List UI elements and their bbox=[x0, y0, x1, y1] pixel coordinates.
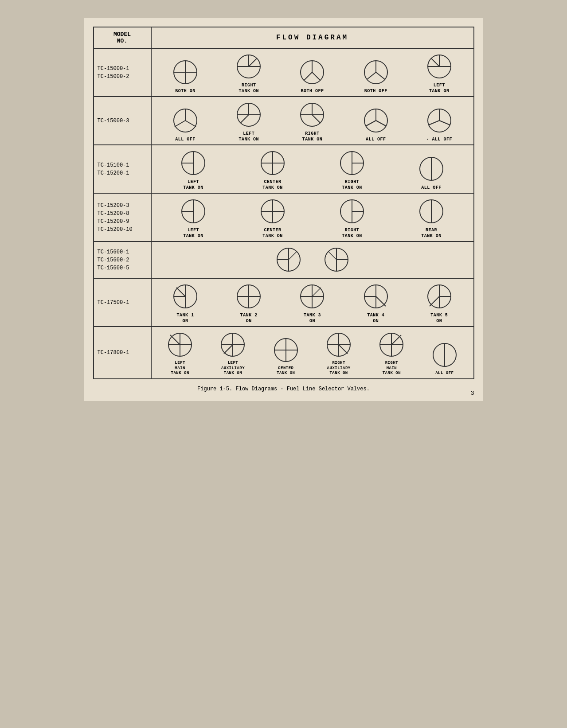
valve-svg bbox=[259, 150, 286, 176]
svg-line-35 bbox=[366, 121, 376, 126]
valve-svg bbox=[426, 53, 453, 80]
main-table: MODEL NO. FLOW DIAGRAM TC-15000-1 TC-150… bbox=[93, 27, 474, 379]
table-row: TC-15000-1 TC-15000-2 BOTH ON bbox=[94, 49, 473, 97]
diagrams-cell: LEFTMAINTANK ON LEFTAUXILIARYTANK ON bbox=[152, 327, 473, 378]
model-cell: TC-15200-3 TC-15200-8 TC-15200-9 TC-1520… bbox=[94, 194, 152, 241]
valve-svg bbox=[363, 107, 389, 134]
diagram-item bbox=[323, 246, 350, 276]
diagram-item: LEFTTANK ON bbox=[426, 53, 453, 94]
svg-line-28 bbox=[241, 115, 249, 123]
valve-svg bbox=[325, 331, 352, 358]
model-cell: TC-17500-1 bbox=[94, 279, 152, 326]
valve-svg bbox=[180, 198, 207, 225]
diagram-item: CENTERTANK ON bbox=[259, 150, 286, 191]
svg-line-16 bbox=[367, 72, 376, 79]
valve-svg bbox=[235, 101, 262, 128]
diagram-item: CENTERTANK ON bbox=[273, 337, 299, 376]
svg-line-93 bbox=[170, 335, 180, 345]
svg-line-32 bbox=[312, 115, 320, 123]
valve-svg bbox=[273, 337, 299, 363]
valve-svg bbox=[339, 150, 365, 176]
valve-svg bbox=[172, 283, 199, 310]
valve-svg bbox=[172, 107, 199, 134]
svg-line-23 bbox=[175, 121, 185, 127]
diagram-item: LEFTTANK ON bbox=[180, 198, 207, 239]
diagram-item: RIGHTTANK ON bbox=[339, 198, 365, 239]
diagram-item: TANK 4ON bbox=[363, 283, 389, 324]
valve-svg bbox=[418, 198, 445, 225]
valve-svg bbox=[172, 59, 199, 86]
svg-line-104 bbox=[339, 345, 348, 354]
svg-line-85 bbox=[376, 296, 386, 306]
valve-svg bbox=[299, 283, 325, 310]
diagram-item: · ALL OFF bbox=[426, 107, 453, 142]
diagram-item: CENTERTANK ON bbox=[259, 198, 286, 239]
valve-svg bbox=[167, 331, 193, 358]
table-header: MODEL NO. FLOW DIAGRAM bbox=[94, 27, 473, 49]
valve-svg bbox=[418, 156, 445, 182]
diagram-item: RIGHTTANK ON bbox=[339, 150, 365, 191]
diagram-item: TANK 5ON bbox=[426, 283, 453, 324]
diagram-item: TANK 2ON bbox=[235, 283, 262, 324]
svg-line-89 bbox=[430, 296, 439, 306]
flow-header: FLOW DIAGRAM bbox=[152, 27, 473, 48]
svg-line-24 bbox=[185, 121, 196, 127]
valve-svg bbox=[378, 331, 405, 358]
valve-svg bbox=[426, 107, 453, 134]
diagram-item: LEFTAUXILIARYTANK ON bbox=[219, 331, 246, 376]
diagram-item: REARTANK ON bbox=[418, 198, 445, 239]
diagrams-cell: BOTH ON RIGHTTANK ON bbox=[152, 49, 473, 96]
diagram-item: LEFTMAINTANK ON bbox=[167, 331, 193, 376]
diagrams-cell: ALL OFF LEFTTANK ON bbox=[152, 97, 473, 144]
figure-caption: Figure 1-5. Flow Diagrams - Fuel Line Se… bbox=[93, 386, 474, 392]
valve-svg bbox=[235, 283, 262, 310]
valve-svg bbox=[299, 59, 325, 86]
diagram-item: RIGHTAUXILIARYTANK ON bbox=[325, 331, 352, 376]
valve-svg bbox=[363, 283, 389, 310]
valve-svg bbox=[219, 331, 246, 358]
svg-line-15 bbox=[376, 72, 385, 79]
diagram-item: TANK 1ON bbox=[172, 283, 199, 324]
valve-svg bbox=[180, 150, 207, 176]
valve-svg bbox=[339, 198, 365, 225]
diagram-item: ALL OFF bbox=[418, 156, 445, 191]
diagram-item: BOTH OFF bbox=[363, 59, 389, 94]
svg-line-8 bbox=[249, 58, 257, 66]
page: MODEL NO. FLOW DIAGRAM TC-15000-1 TC-150… bbox=[84, 18, 483, 401]
table-row: TC-17500-1 TANK 1ON bbox=[94, 279, 473, 327]
svg-line-11 bbox=[312, 72, 320, 80]
svg-line-40 bbox=[439, 121, 450, 125]
diagrams-cell bbox=[152, 242, 473, 278]
svg-line-70 bbox=[328, 252, 336, 260]
diagram-item: LEFTTANK ON bbox=[235, 101, 262, 142]
diagram-item: ALL OFF bbox=[431, 342, 458, 376]
valve-svg bbox=[299, 101, 325, 128]
table-row: TC-15200-3 TC-15200-8 TC-15200-9 TC-1520… bbox=[94, 194, 473, 242]
page-number: 3 bbox=[471, 390, 474, 397]
diagram-item: ALL OFF bbox=[363, 107, 389, 142]
model-header: MODEL NO. bbox=[94, 27, 152, 48]
diagram-item: RIGHTMAINTANK ON bbox=[378, 331, 405, 376]
valve-svg bbox=[323, 246, 350, 273]
diagram-item: BOTH ON bbox=[172, 59, 199, 94]
valve-svg bbox=[275, 246, 302, 273]
valve-svg bbox=[363, 59, 389, 86]
table-row: TC-17800-1 LEFTMAINTANK ON bbox=[94, 327, 473, 378]
svg-line-20 bbox=[431, 58, 439, 66]
diagram-item: RIGHTTANK ON bbox=[299, 101, 325, 142]
svg-line-12 bbox=[304, 72, 312, 80]
svg-line-97 bbox=[224, 345, 233, 354]
diagrams-cell: LEFTTANK ON CENTERTANK ON bbox=[152, 145, 473, 193]
diagram-item: RIGHTTANK ON bbox=[235, 53, 262, 94]
diagram-item: LEFTTANK ON bbox=[180, 150, 207, 191]
svg-line-66 bbox=[289, 252, 297, 260]
model-cell: TC-17800-1 bbox=[94, 327, 152, 378]
model-cell: TC-15100-1 TC-15200-1 bbox=[94, 145, 152, 193]
diagrams-cell: LEFTTANK ON CENTERTANK ON bbox=[152, 194, 473, 241]
model-cell: TC-15000-3 bbox=[94, 97, 152, 144]
svg-line-74 bbox=[176, 288, 185, 296]
diagram-item: TANK 3ON bbox=[299, 283, 325, 324]
diagram-item bbox=[275, 246, 302, 276]
svg-line-81 bbox=[312, 288, 321, 296]
valve-svg bbox=[426, 283, 453, 310]
